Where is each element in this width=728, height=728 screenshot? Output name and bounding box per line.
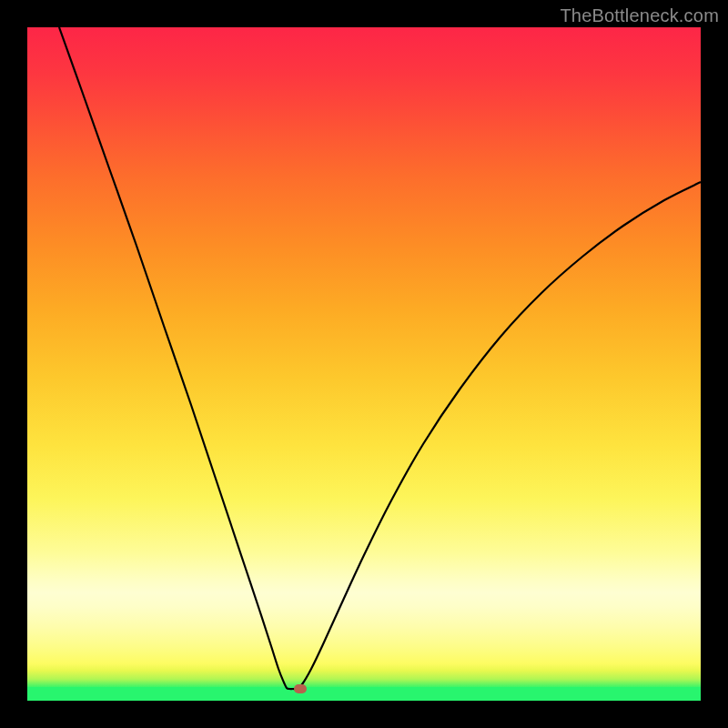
watermark-text: TheBottleneck.com bbox=[560, 5, 719, 26]
chart-frame: TheBottleneck.com bbox=[0, 0, 728, 728]
optimal-point-marker bbox=[294, 684, 307, 693]
plot-area bbox=[27, 27, 701, 701]
bottleneck-curve bbox=[27, 27, 701, 701]
